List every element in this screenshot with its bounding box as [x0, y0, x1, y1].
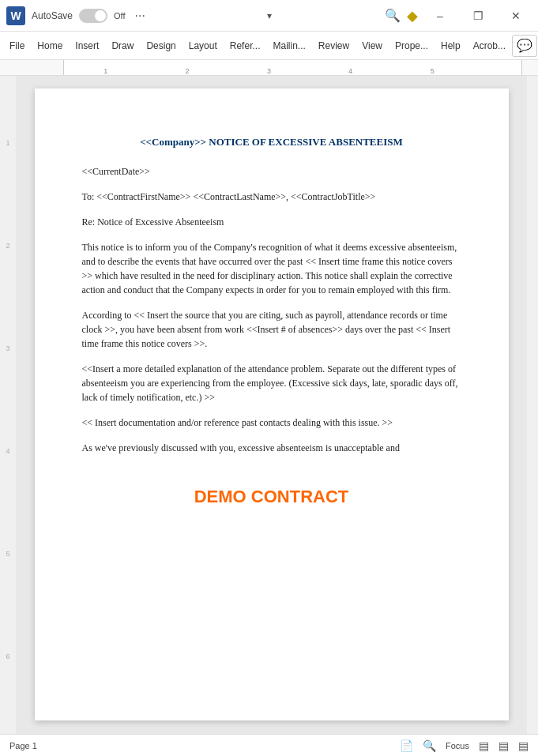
- status-view-icon1[interactable]: ▤: [498, 739, 509, 752]
- document-page[interactable]: <<Company>> NOTICE OF EXCESSIVE ABSENTEE…: [35, 88, 509, 720]
- page-marker-6: 6: [6, 653, 9, 660]
- page-marker-3: 3: [6, 344, 9, 352]
- comment-button[interactable]: 💬: [512, 35, 537, 57]
- menu-mailings[interactable]: Mailin...: [266, 36, 311, 56]
- autosave-toggle[interactable]: [79, 9, 107, 23]
- doc-paragraph-3: Re: Notice of Excessive Absenteeism: [82, 215, 461, 229]
- status-view-icon2[interactable]: ▤: [518, 739, 529, 752]
- title-bar-left: W AutoSave Off ···: [6, 6, 182, 25]
- title-bar-right: 🔍 ◆ – ❐ ✕: [356, 4, 532, 28]
- demo-watermark: DEMO CONTRACT: [82, 487, 461, 507]
- page-number-label: Page 1: [9, 741, 37, 750]
- main-area: 1 2 3 4 5 6 7 8 <<Company>> NOTICE OF EX…: [0, 76, 538, 734]
- status-bar-right: 📄 🔍 Focus ▤ ▤ ▤: [400, 739, 529, 752]
- doc-paragraph-1: <<CurrentDate>>: [82, 164, 461, 179]
- menu-view[interactable]: View: [356, 36, 389, 56]
- doc-paragraph-2: To: <<ContractFirstName>> <<ContractLast…: [82, 190, 461, 204]
- menu-acrobat[interactable]: Acrob...: [467, 36, 512, 56]
- page-marker-1: 1: [6, 139, 9, 147]
- menu-insert[interactable]: Insert: [69, 36, 105, 56]
- right-scrollbar[interactable]: [527, 76, 538, 734]
- close-button[interactable]: ✕: [500, 4, 532, 28]
- ruler: 1 2 3 4 5: [0, 60, 538, 76]
- doc-paragraph-7: << Insert documentation and/or reference…: [82, 416, 461, 430]
- menu-bar-right: 💬 ✏️ Editing ▾: [512, 35, 538, 57]
- menu-bar: File Home Insert Draw Design Layout Refe…: [0, 32, 538, 60]
- menu-design[interactable]: Design: [140, 36, 182, 56]
- menu-review[interactable]: Review: [312, 36, 356, 56]
- menu-layout[interactable]: Layout: [182, 36, 224, 56]
- page-marker-2: 2: [6, 242, 9, 250]
- menu-file[interactable]: File: [3, 36, 31, 56]
- word-icon: W: [6, 6, 25, 25]
- status-layout-icon[interactable]: ▤: [479, 739, 489, 752]
- title-bar: W AutoSave Off ··· ▾ 🔍 ◆ – ❐ ✕: [0, 0, 538, 32]
- document-body[interactable]: <<CurrentDate>> To: <<ContractFirstName>…: [82, 164, 461, 455]
- doc-paragraph-4: This notice is to inform you of the Comp…: [82, 240, 461, 297]
- menu-draw[interactable]: Draw: [105, 36, 140, 56]
- page-marker-4: 4: [6, 447, 9, 455]
- doc-paragraph-8: As we've previously discussed with you, …: [82, 441, 461, 455]
- minimize-button[interactable]: –: [424, 4, 456, 28]
- doc-paragraph-5: According to << Insert the source that y…: [82, 308, 461, 351]
- document-scroll-area[interactable]: <<Company>> NOTICE OF EXCESSIVE ABSENTEE…: [16, 76, 527, 734]
- menu-help[interactable]: Help: [435, 36, 467, 56]
- title-bar-chevron[interactable]: ▾: [267, 10, 272, 21]
- diamond-icon[interactable]: ◆: [407, 7, 418, 24]
- page-marker-5: 5: [6, 550, 9, 558]
- restore-button[interactable]: ❐: [462, 4, 494, 28]
- more-options-btn[interactable]: ···: [135, 9, 145, 23]
- autosave-label: AutoSave: [32, 10, 73, 21]
- document-title: <<Company>> NOTICE OF EXCESSIVE ABSENTEE…: [82, 136, 461, 149]
- focus-label[interactable]: Focus: [446, 741, 469, 750]
- search-icon[interactable]: 🔍: [385, 8, 401, 23]
- status-read-icon[interactable]: 📄: [400, 739, 413, 752]
- status-focus-icon[interactable]: 🔍: [423, 739, 436, 752]
- menu-properties[interactable]: Prope...: [389, 36, 435, 56]
- menu-home[interactable]: Home: [31, 36, 69, 56]
- status-bar: Page 1 📄 🔍 Focus ▤ ▤ ▤: [0, 734, 538, 756]
- left-margin: 1 2 3 4 5 6 7 8: [0, 76, 16, 734]
- menu-references[interactable]: Refer...: [224, 36, 267, 56]
- autosave-knob: [95, 10, 106, 21]
- doc-paragraph-6: <<Insert a more detailed explanation of …: [82, 362, 461, 404]
- autosave-state: Off: [114, 11, 125, 21]
- title-bar-center: ▾: [182, 10, 357, 21]
